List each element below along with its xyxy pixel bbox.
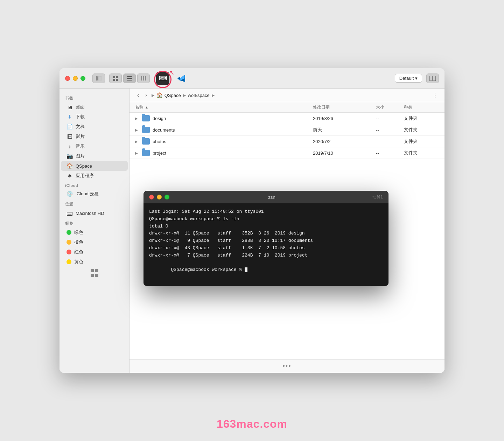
view-buttons [109,74,150,83]
terminal-line: drwxr-xr-x@ 43 QSpace staff 1.3K 7 2 10:… [149,245,383,252]
terminal-button[interactable]: ⌨ ↖ [154,71,172,86]
file-size: -- [376,127,404,133]
expand-arrow-icon: ▶ [135,151,139,155]
sidebar-item-qspace[interactable]: 🏠 QSpace [61,161,128,171]
vscode-button[interactable] [176,72,188,85]
icon-view-button[interactable] [109,74,122,83]
svg-rect-17 [95,274,98,277]
terminal-line: drwxr-xr-x@ 9 QSpace staff 288B 8 20 10:… [149,237,383,245]
sidebar-item-label: 应用程序 [76,173,94,179]
sidebar-item-label: 音乐 [76,143,85,149]
terminal-maximize-button[interactable] [164,195,169,200]
sidebar-item-tag-yellow[interactable]: 黄色 [61,257,128,267]
table-row[interactable]: ▶ project 2019/7/10 -- 文件夹 [130,147,444,159]
name-column-header[interactable]: 名称 ▲ [135,104,313,110]
forward-button[interactable]: › [143,91,149,99]
sidebar-item-documents[interactable]: 📄 文稿 [61,122,128,132]
terminal-titlebar: zsh ⌥⌘1 [144,191,388,203]
close-button[interactable] [65,76,70,81]
qspace-icon: 🏠 [66,163,73,169]
terminal-line: drwxr-xr-x@ 11 QSpace staff 352B 8 26 20… [149,230,383,237]
file-name-label: photos [153,139,166,144]
svg-rect-12 [429,76,432,81]
file-name-label: design [153,116,166,121]
sidebar-item-apps[interactable]: ✱ 应用程序 [61,171,128,181]
sidebar-item-icloud-drive[interactable]: 💿 iCloud 云盘 [61,189,128,199]
path-more-button[interactable]: ⋮ [432,91,439,99]
panel-layout-button[interactable] [426,74,439,83]
file-type: 文件夹 [404,127,439,133]
size-column-header[interactable]: 大小 [376,104,404,110]
sidebar-item-label: QSpace [76,163,92,169]
path-workspace[interactable]: workspace [188,93,210,98]
svg-rect-2 [113,76,115,78]
sidebar-item-pictures[interactable]: 📷 图片 [61,151,128,161]
table-row[interactable]: ▶ design 2019/8/26 -- 文件夹 [130,113,444,124]
terminal-traffic-lights [149,195,169,200]
sidebar-item-downloads[interactable]: ⬇ 下载 [61,112,128,122]
file-date: 2020/7/2 [313,139,376,144]
terminal-content[interactable]: Last login: Sat Aug 22 15:40:52 on ttys0… [144,203,388,286]
table-row[interactable]: ▶ photos 2020/7/2 -- 文件夹 [130,136,444,147]
path-home[interactable]: 🏠 QSpace [156,92,181,98]
file-name-cell: ▶ photos [135,138,313,145]
minimize-button[interactable] [73,76,78,81]
sidebar-item-label: 红色 [74,249,83,255]
default-dropdown-button[interactable]: Default ▾ [395,74,422,83]
terminal-minimize-button[interactable] [157,195,162,200]
date-column-header[interactable]: 修改日期 [313,104,376,110]
more-actions-button[interactable]: ••• [283,363,292,370]
file-type: 文件夹 [404,138,439,145]
list-view-button[interactable] [123,74,136,83]
terminal-close-button[interactable] [149,195,154,200]
sidebar-item-music[interactable]: ♪ 音乐 [61,141,128,151]
svg-rect-10 [143,76,144,80]
folder-icon [142,138,150,145]
sidebar-item-tag-red[interactable]: 红色 [61,247,128,257]
sidebar-item-tag-green[interactable]: 绿色 [61,227,128,237]
svg-rect-6 [127,76,132,77]
pictures-icon: 📷 [66,153,73,159]
red-tag-dot [66,250,71,254]
svg-rect-15 [95,269,98,272]
file-name-label: documents [153,127,175,133]
table-row[interactable]: ▶ documents 前天 -- 文件夹 [130,124,444,136]
svg-rect-3 [116,76,118,78]
file-type: 文件夹 [404,115,439,121]
file-type: 文件夹 [404,150,439,156]
path-separator-1: ▶ [183,93,186,98]
folder-icon [142,150,150,156]
sidebar-item-movies[interactable]: 🎞 影片 [61,132,128,141]
terminal-window[interactable]: zsh ⌥⌘1 Last login: Sat Aug 22 15:40:52 … [144,191,388,286]
sidebar-item-desktop[interactable]: 🖥 桌面 [61,102,128,112]
folder-icon [142,127,150,133]
column-view-button[interactable] [137,74,150,83]
sidebar-item-label: 绿色 [74,229,83,236]
sidebar-item-tag-orange[interactable]: 橙色 [61,237,128,247]
file-name-cell: ▶ design [135,115,313,121]
type-column-header[interactable]: 种类 [404,104,439,110]
svg-rect-13 [433,76,436,81]
sidebar-item-label: 影片 [76,133,85,140]
file-name-label: project [153,150,166,156]
file-name-cell: ▶ documents [135,127,313,133]
movies-icon: 🎞 [66,133,73,140]
sidebar-item-label: 橙色 [74,239,83,245]
bookmarks-section-title: 书签 [59,93,129,102]
more-sidebar-items-button[interactable] [65,268,124,278]
watermark: 163mac.com [217,418,287,430]
svg-rect-0 [96,76,98,80]
maximize-button[interactable] [80,76,85,81]
svg-rect-8 [127,80,132,80]
file-name-cell: ▶ project [135,150,313,156]
terminal-icon: ⌨ ↖ [156,72,169,85]
file-date: 2019/8/26 [313,116,376,121]
terminal-ring-indicator [154,71,172,88]
sidebar-toggle-button[interactable] [92,74,105,83]
back-button[interactable]: ‹ [135,91,141,99]
path-bar: ‹ › ▶ 🏠 QSpace ▶ workspace ▶ ⋮ [130,89,444,102]
terminal-title: zsh [175,195,369,200]
sidebar-item-macintosh-hd[interactable]: 🖴 Macintosh HD [61,208,128,218]
music-icon: ♪ [66,143,73,149]
toolbar: ⌨ ↖ Default ▾ [59,68,444,89]
